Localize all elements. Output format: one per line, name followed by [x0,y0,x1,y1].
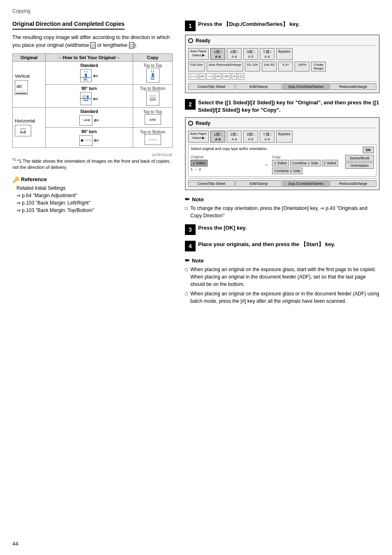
btn-series-book[interactable]: Series/Book [345,155,374,161]
left-column: Original Direction and Completed Copies … [12,21,173,310]
panel1-title: Ready [188,38,376,46]
ok-button[interactable]: OK [363,147,374,153]
panel-auto-reduce[interactable]: Auto Reduce&Enlarge [207,62,243,71]
step3-number: 3 [185,224,196,235]
panel2-tray2-a4[interactable]: 2眉□A 4 [227,131,242,143]
copy-label: Copy [272,155,342,159]
note1-title: ✏ Note [185,196,380,203]
note2-title: ✏ Note [185,257,380,264]
pencil-icon-2: ✏ [185,257,190,264]
tab-reduce-enlarge[interactable]: Reduce&Enlarge [330,83,376,90]
btn-combine2side[interactable]: Combine 2 Side [272,168,302,174]
panel1-paper-row: Auto PaperSelect ▶ 1眉□A 4 2眉□A 4 3眉□A 5 … [188,48,376,60]
panel2-tray1-a4[interactable]: 1眉□A 4 [210,131,225,143]
panel-bypass[interactable]: Bypass [276,48,293,60]
panel-tray1-a4[interactable]: 1眉□A 4 [210,48,225,60]
panel-144-82[interactable]: 144–82 [262,62,277,71]
panel-tray4-a4[interactable]: T眉□A 4 [260,48,274,60]
panel-tray3-a5[interactable]: 3眉□A 5 [243,48,258,60]
panel2-right-btns: Series/Book Orientation [345,155,374,174]
ref-item-1: ⇒ p.64 "Margin Adjustment" [16,192,173,199]
note1-item-1: To change the copy orientation, press th… [185,205,380,219]
step2-container: 2 Select the ([1 Sided]/[2 Sided]) key f… [185,99,380,190]
how-horizontal-standard: Standard ↑ A≡B ⇐ [45,107,133,127]
panel-15-104[interactable]: 15–104 [245,62,260,71]
placement-vertical: Vertical ABC ⟋⟋⟋ [13,61,46,107]
reference-section: 🔑 Reference Related Initial Settings ⇒ p… [12,176,173,214]
section-title: Original Direction and Completed Copies [12,21,125,30]
panel-100pct[interactable]: 100% [295,62,309,71]
col-original: Original [13,53,46,61]
note2-item-1: When placing an original on the exposure… [185,266,380,288]
reference-title: 🔑 Reference [12,176,173,183]
ready-indicator [188,38,193,43]
right-column: 1 Press the 【Dup./Combine/Series】 key. R… [185,21,380,310]
copy-arrow: → [264,155,269,174]
pencil-icon: ✏ [185,196,190,203]
tab-cover-slip[interactable]: Cover/Slip Sheet [188,83,235,90]
btn-1sided-original[interactable]: 1 Sided [191,160,208,166]
ready-panel-1: Ready Auto PaperSelect ▶ 1眉□A 4 2眉□A 4 3… [185,35,380,93]
panel2-title: Ready [188,120,376,128]
panel1-icon-row: □→□ ✂ →□ ✂ □+□ + □□ [188,73,376,80]
note2-section: ✏ Note When placing an original on the e… [185,257,380,305]
step2-number: 2 [185,99,196,110]
step1-text: Press the 【Dup./Combine/Series】 key. [198,21,380,28]
copy-vertical-top-bottom: Top to Bottom ↑↑↑↑ ━━━ [133,84,173,107]
panel2-tray4-a4[interactable]: T眉□A 4 [260,131,274,143]
panel-9-3x[interactable]: 9.3× [278,62,293,71]
panel2-auto-paper[interactable]: Auto PaperSelect ▶ [188,131,209,143]
btn-2sided-copy[interactable]: 2 Sided [322,160,339,166]
btn-1sided-copy[interactable]: 1 Sided [272,160,289,166]
copy-horizontal-top-top: Top to Top A≡B [133,107,173,127]
how-vertical-90turn: 90° turn 🔄👤 ≡≡≡ ⇐ [45,84,133,107]
panel1-function-row: Full Size Auto Reduce&Enlarge 15–104 144… [188,62,376,71]
select-instruction: Select original and copy type as/for ori… [191,147,267,151]
footnote: *1 *1 The table shows the orientation of… [12,157,173,170]
step2-text: Select the ([1 Sided]/[2 Sided]) key for… [198,99,380,114]
panel2-select-area: Select original and copy type as/for ori… [188,144,376,177]
direction-diagram: Original ←How to Set Your Original→ Copy… [12,53,173,157]
page-number: 44 [12,541,18,547]
panel-auto-paper[interactable]: Auto PaperSelect ▶ [188,48,209,60]
figure-caption: GCRYOU1E [12,153,173,157]
tab2-cover-slip[interactable]: Cover/Slip Sheet [188,180,235,187]
how-vertical-standard: Standard ↑↑↑ 👤 BC ⇐ [45,61,133,84]
note1-section: ✏ Note To change the copy orientation, p… [185,196,380,219]
panel2-bypass[interactable]: Bypass [276,131,293,143]
tab-dup-combine[interactable]: Dup./Combine/Series [283,83,329,90]
step1-container: 1 Press the 【Dup./Combine/Series】 key. R… [185,21,380,93]
tab-edit-stamp[interactable]: Edit/Stamp [235,83,282,90]
btn-combine1side[interactable]: Combine 1 Side [290,160,321,166]
placement-horizontal: Horizontal ↑↑↑ A≡B [13,107,46,147]
btn-orientation[interactable]: Orientation [345,162,374,169]
panel2-tabs: Cover/Slip Sheet Edit/Stamp Dup./Combine… [188,178,376,187]
tab2-dup-combine[interactable]: Dup./Combine/Series [283,180,329,187]
col-how-to-set: ←How to Set Your Original→ [45,53,133,61]
original-section: Original 1 Sided 1 → 2 [191,155,261,174]
ready-panel-2: Ready Auto PaperSelect ▶ 1眉□A 4 2眉□A 4 3… [185,117,380,190]
intro-text: The resulting copy image will differ acc… [12,34,173,49]
ready-indicator-2 [188,121,193,126]
tab2-edit-stamp[interactable]: Edit/Stamp [235,180,282,187]
reference-subtitle: Related Initial Settings [16,184,173,192]
panel2-paper-row: Auto PaperSelect ▶ 1眉□A 4 2眉□A 4 3眉□A 5 … [188,131,376,143]
note2-item-2: When placing an original on the exposure… [185,290,380,305]
copy-section: Copy 1 Sided Combine 1 Side 2 Sided Comb… [272,155,342,174]
original-label: Original [191,155,261,159]
step4-text: Place your originals, and then press the… [198,241,380,248]
step3-container: 3 Press the [OK] key. [185,224,380,235]
tab2-reduce-enlarge[interactable]: Reduce&Enlarge [330,180,376,187]
page-header: Copying [12,8,380,16]
step4-number: 4 [185,241,196,251]
step1-number: 1 [185,21,196,31]
panel1-tabs: Cover/Slip Sheet Edit/Stamp Dup./Combine… [188,81,376,90]
panel-create-margin[interactable]: CreateMargin [311,62,326,71]
panel2-tray3-a5[interactable]: 3眉□A 5 [243,131,258,143]
panel-tray2-a4[interactable]: 2眉□A 4 [227,48,242,60]
how-horizontal-90turn: 90° turn ▣ ↑↑↑↑ ⇐ [45,127,133,147]
ref-item-2: ⇒ p.103 "Back Margin: Left/Right" [16,199,173,207]
panel-fullsize[interactable]: Full Size [188,62,205,71]
col-copy: Copy [133,53,173,61]
step3-text: Press the [OK] key. [198,224,380,232]
